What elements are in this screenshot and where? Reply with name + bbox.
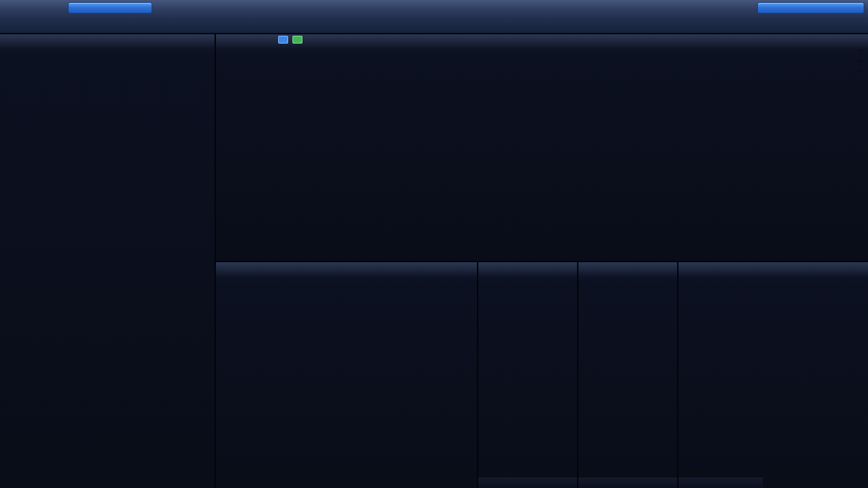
io-routing-icon[interactable] (449, 3, 460, 14)
rms-settings-icon[interactable] (483, 265, 493, 275)
spectrum-fullscreen-icon[interactable] (233, 37, 243, 47)
status-bar (0, 17, 868, 34)
mixer-icon[interactable] (433, 3, 444, 14)
audio-source-settings-icon[interactable] (4, 4, 14, 14)
vector-settings-icon[interactable] (220, 265, 230, 275)
rms-footer (478, 477, 577, 488)
tp-header (578, 262, 677, 278)
app-root (0, 0, 868, 488)
vector-fullscreen-icon[interactable] (233, 265, 243, 275)
spectrogram-fullscreen-icon[interactable] (17, 37, 27, 47)
spatial-spectrogram-panel (0, 34, 214, 488)
top-toolbar (0, 0, 868, 18)
cursor-readout-peak (858, 50, 864, 51)
rms-fullscreen-icon[interactable] (495, 265, 505, 275)
global-settings-icon[interactable] (415, 3, 427, 14)
loudness-settings-icon[interactable] (683, 265, 693, 275)
loudness-pause-icon[interactable] (709, 265, 719, 275)
spectrogram-canvas[interactable] (0, 34, 214, 488)
spectrum-settings-icon[interactable] (220, 37, 230, 47)
vector-scope-header (216, 262, 477, 278)
magnitude-spectrum-panel (216, 34, 868, 261)
peak-hold-reset-icon[interactable] (259, 37, 269, 47)
rms-reset-icon[interactable] (508, 265, 518, 275)
loudness-footer (679, 477, 763, 488)
rms-meter-panel (478, 262, 577, 488)
tp-settings-icon[interactable] (583, 265, 593, 275)
rms-header (478, 262, 577, 278)
cursor-readout-curve2 (858, 70, 864, 71)
tp-fullscreen-icon[interactable] (596, 265, 606, 275)
vector-scope-panel (216, 262, 477, 488)
loudness-fullscreen-icon[interactable] (696, 265, 706, 275)
cursor-readout-curve1 (858, 60, 864, 61)
true-peak-meter-panel (578, 262, 677, 488)
curve-1-button[interactable] (278, 36, 288, 44)
loudness-reset-icon[interactable] (721, 265, 731, 275)
spectrum-header (216, 34, 868, 50)
curve-2-button[interactable] (292, 36, 302, 44)
loudness-header (679, 262, 868, 278)
curve-slot-1 (277, 36, 289, 44)
spectrum-run-icon[interactable] (246, 37, 256, 47)
tp-reset-icon[interactable] (608, 265, 618, 275)
essential-layout-button[interactable] (757, 2, 864, 14)
tp-footer (578, 477, 677, 488)
loudness-metering-panel (679, 262, 868, 488)
spectrum-canvas[interactable] (216, 34, 868, 261)
curve-slot-2 (292, 36, 303, 44)
vector-scope-canvas[interactable] (216, 262, 477, 488)
spectrogram-settings-icon[interactable] (4, 37, 14, 47)
hardware-input-button[interactable] (68, 2, 152, 14)
spectrogram-header (0, 34, 214, 50)
